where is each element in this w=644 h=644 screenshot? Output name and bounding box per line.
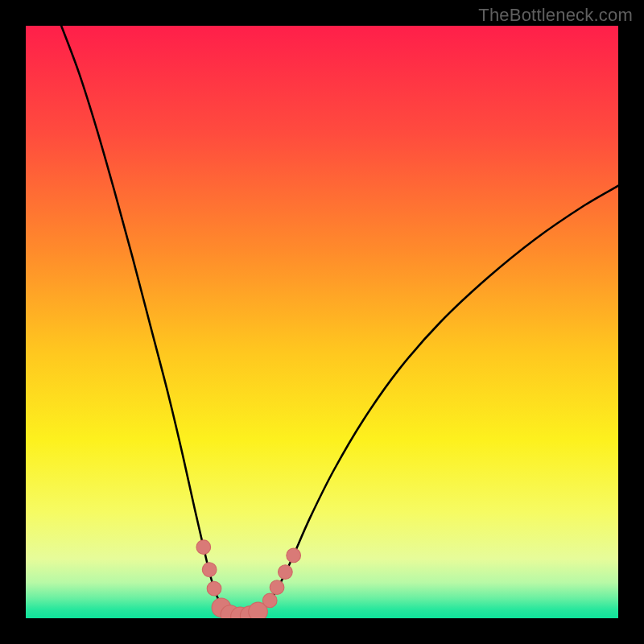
- curve-marker: [207, 581, 221, 596]
- curve-marker: [270, 580, 284, 595]
- curve-marker: [287, 548, 301, 563]
- plot-area: [26, 26, 618, 618]
- curve-marker: [196, 540, 211, 555]
- chart-overlay: [26, 26, 618, 618]
- curve-marker: [202, 563, 217, 577]
- curve-marker: [279, 565, 293, 580]
- curve-marker: [262, 593, 277, 608]
- bottleneck-curve: [61, 26, 618, 617]
- chart-frame: TheBottleneck.com: [0, 0, 644, 644]
- watermark-text: TheBottleneck.com: [478, 5, 633, 26]
